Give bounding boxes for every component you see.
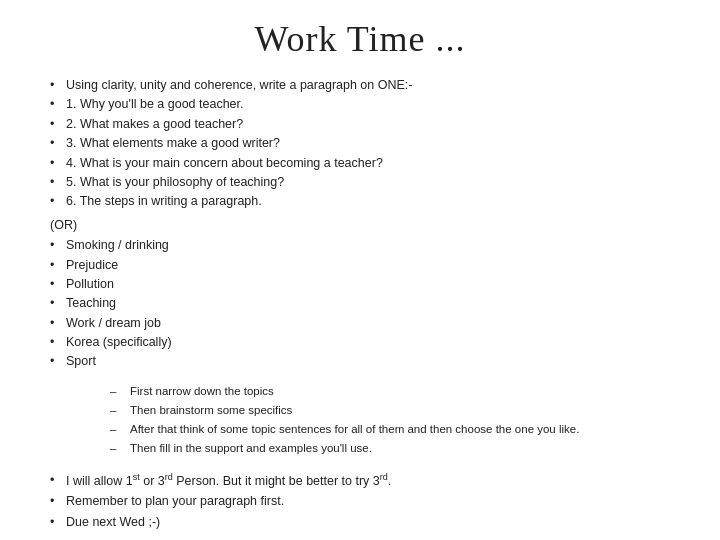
- list-item: Prejudice: [50, 256, 680, 275]
- list-item: Work / dream job: [50, 314, 680, 333]
- list-item: 5. What is your philosophy of teaching?: [50, 173, 680, 192]
- second-list: Smoking / drinking Prejudice Pollution T…: [50, 236, 680, 372]
- footer-list: I will allow 1st or 3rd Person. But it m…: [50, 470, 680, 533]
- page: Work Time ... Using clarity, unity and c…: [0, 0, 720, 540]
- list-item: First narrow down the topics: [110, 382, 680, 401]
- list-item: Pollution: [50, 275, 680, 294]
- dash-list: First narrow down the topics Then brains…: [110, 382, 680, 458]
- list-item: 1. Why you'll be a good teacher.: [50, 95, 680, 114]
- list-item: Sport: [50, 352, 680, 371]
- list-item: 3. What elements make a good writer?: [50, 134, 680, 153]
- footer-item: I will allow 1st or 3rd Person. But it m…: [50, 470, 680, 492]
- list-item: Teaching: [50, 294, 680, 313]
- list-item: 6. The steps in writing a paragraph.: [50, 192, 680, 211]
- main-list: Using clarity, unity and coherence, writ…: [50, 76, 680, 212]
- list-item: After that think of some topic sentences…: [110, 420, 680, 439]
- page-title: Work Time ...: [40, 18, 680, 60]
- or-label: (OR): [50, 214, 680, 237]
- list-item: 2. What makes a good teacher?: [50, 115, 680, 134]
- list-item: Using clarity, unity and coherence, writ…: [50, 76, 680, 95]
- list-item: Then brainstorm some specifics: [110, 401, 680, 420]
- footer-item: Due next Wed ;-): [50, 512, 680, 533]
- list-item: Then fill in the support and examples yo…: [110, 439, 680, 458]
- list-item: 4. What is your main concern about becom…: [50, 154, 680, 173]
- list-item: Smoking / drinking: [50, 236, 680, 255]
- footer-item: Remember to plan your paragraph first.: [50, 491, 680, 512]
- list-item: Korea (specifically): [50, 333, 680, 352]
